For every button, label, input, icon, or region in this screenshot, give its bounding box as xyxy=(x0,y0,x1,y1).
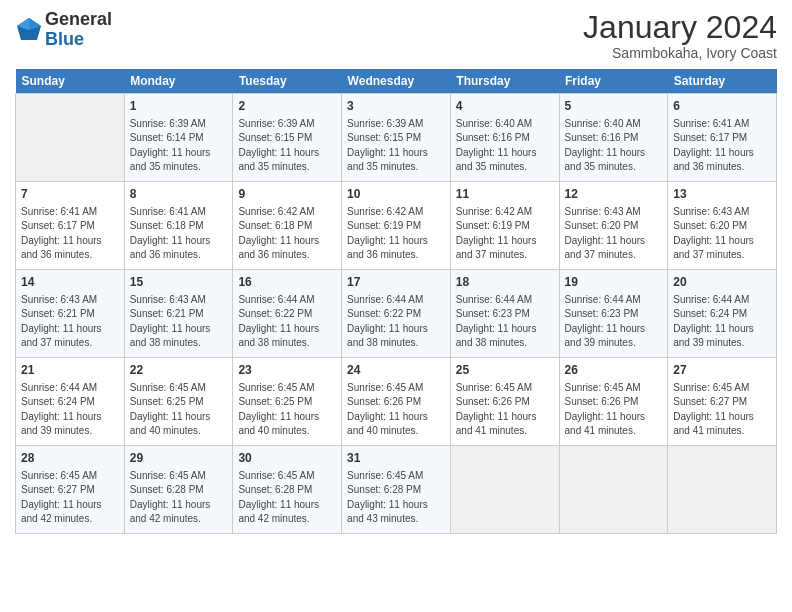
calendar-cell: 8Sunrise: 6:41 AM Sunset: 6:18 PM Daylig… xyxy=(124,182,233,270)
calendar-cell: 31Sunrise: 6:45 AM Sunset: 6:28 PM Dayli… xyxy=(342,446,451,534)
day-number: 23 xyxy=(238,362,336,379)
logo-text: General Blue xyxy=(45,10,112,50)
calendar-cell: 9Sunrise: 6:42 AM Sunset: 6:18 PM Daylig… xyxy=(233,182,342,270)
day-info: Sunrise: 6:43 AM Sunset: 6:20 PM Dayligh… xyxy=(565,205,663,263)
day-number: 16 xyxy=(238,274,336,291)
day-info: Sunrise: 6:45 AM Sunset: 6:28 PM Dayligh… xyxy=(130,469,228,527)
column-header-wednesday: Wednesday xyxy=(342,69,451,94)
day-number: 21 xyxy=(21,362,119,379)
calendar-cell: 25Sunrise: 6:45 AM Sunset: 6:26 PM Dayli… xyxy=(450,358,559,446)
calendar-cell: 23Sunrise: 6:45 AM Sunset: 6:25 PM Dayli… xyxy=(233,358,342,446)
week-row-2: 14Sunrise: 6:43 AM Sunset: 6:21 PM Dayli… xyxy=(16,270,777,358)
calendar-cell: 18Sunrise: 6:44 AM Sunset: 6:23 PM Dayli… xyxy=(450,270,559,358)
day-number: 19 xyxy=(565,274,663,291)
calendar-cell: 6Sunrise: 6:41 AM Sunset: 6:17 PM Daylig… xyxy=(668,94,777,182)
day-info: Sunrise: 6:39 AM Sunset: 6:14 PM Dayligh… xyxy=(130,117,228,175)
header-row: SundayMondayTuesdayWednesdayThursdayFrid… xyxy=(16,69,777,94)
day-number: 27 xyxy=(673,362,771,379)
day-info: Sunrise: 6:44 AM Sunset: 6:23 PM Dayligh… xyxy=(456,293,554,351)
calendar-cell: 28Sunrise: 6:45 AM Sunset: 6:27 PM Dayli… xyxy=(16,446,125,534)
calendar-cell: 16Sunrise: 6:44 AM Sunset: 6:22 PM Dayli… xyxy=(233,270,342,358)
calendar-cell xyxy=(16,94,125,182)
day-info: Sunrise: 6:45 AM Sunset: 6:28 PM Dayligh… xyxy=(238,469,336,527)
day-number: 28 xyxy=(21,450,119,467)
day-number: 6 xyxy=(673,98,771,115)
calendar-cell xyxy=(450,446,559,534)
calendar-cell: 2Sunrise: 6:39 AM Sunset: 6:15 PM Daylig… xyxy=(233,94,342,182)
day-number: 22 xyxy=(130,362,228,379)
day-info: Sunrise: 6:45 AM Sunset: 6:25 PM Dayligh… xyxy=(238,381,336,439)
day-info: Sunrise: 6:43 AM Sunset: 6:21 PM Dayligh… xyxy=(21,293,119,351)
day-info: Sunrise: 6:44 AM Sunset: 6:23 PM Dayligh… xyxy=(565,293,663,351)
calendar-cell: 4Sunrise: 6:40 AM Sunset: 6:16 PM Daylig… xyxy=(450,94,559,182)
column-header-friday: Friday xyxy=(559,69,668,94)
calendar-cell: 11Sunrise: 6:42 AM Sunset: 6:19 PM Dayli… xyxy=(450,182,559,270)
day-number: 3 xyxy=(347,98,445,115)
calendar-cell: 22Sunrise: 6:45 AM Sunset: 6:25 PM Dayli… xyxy=(124,358,233,446)
logo: General Blue xyxy=(15,10,112,50)
day-number: 20 xyxy=(673,274,771,291)
week-row-1: 7Sunrise: 6:41 AM Sunset: 6:17 PM Daylig… xyxy=(16,182,777,270)
day-number: 26 xyxy=(565,362,663,379)
day-info: Sunrise: 6:42 AM Sunset: 6:18 PM Dayligh… xyxy=(238,205,336,263)
day-info: Sunrise: 6:44 AM Sunset: 6:22 PM Dayligh… xyxy=(238,293,336,351)
day-number: 31 xyxy=(347,450,445,467)
logo-line1: General xyxy=(45,9,112,29)
calendar-table: SundayMondayTuesdayWednesdayThursdayFrid… xyxy=(15,69,777,534)
day-info: Sunrise: 6:45 AM Sunset: 6:25 PM Dayligh… xyxy=(130,381,228,439)
day-info: Sunrise: 6:45 AM Sunset: 6:27 PM Dayligh… xyxy=(673,381,771,439)
day-number: 29 xyxy=(130,450,228,467)
day-info: Sunrise: 6:44 AM Sunset: 6:24 PM Dayligh… xyxy=(673,293,771,351)
day-number: 9 xyxy=(238,186,336,203)
day-info: Sunrise: 6:41 AM Sunset: 6:17 PM Dayligh… xyxy=(21,205,119,263)
day-number: 10 xyxy=(347,186,445,203)
day-info: Sunrise: 6:41 AM Sunset: 6:18 PM Dayligh… xyxy=(130,205,228,263)
subtitle: Sammbokaha, Ivory Coast xyxy=(583,45,777,61)
day-number: 11 xyxy=(456,186,554,203)
calendar-cell: 17Sunrise: 6:44 AM Sunset: 6:22 PM Dayli… xyxy=(342,270,451,358)
day-number: 1 xyxy=(130,98,228,115)
calendar-cell: 7Sunrise: 6:41 AM Sunset: 6:17 PM Daylig… xyxy=(16,182,125,270)
day-number: 30 xyxy=(238,450,336,467)
day-info: Sunrise: 6:45 AM Sunset: 6:26 PM Dayligh… xyxy=(565,381,663,439)
day-info: Sunrise: 6:41 AM Sunset: 6:17 PM Dayligh… xyxy=(673,117,771,175)
column-header-tuesday: Tuesday xyxy=(233,69,342,94)
page: General Blue January 2024 Sammbokaha, Iv… xyxy=(0,0,792,612)
day-number: 12 xyxy=(565,186,663,203)
calendar-cell: 12Sunrise: 6:43 AM Sunset: 6:20 PM Dayli… xyxy=(559,182,668,270)
main-title: January 2024 xyxy=(583,10,777,45)
week-row-4: 28Sunrise: 6:45 AM Sunset: 6:27 PM Dayli… xyxy=(16,446,777,534)
week-row-3: 21Sunrise: 6:44 AM Sunset: 6:24 PM Dayli… xyxy=(16,358,777,446)
calendar-cell: 26Sunrise: 6:45 AM Sunset: 6:26 PM Dayli… xyxy=(559,358,668,446)
day-info: Sunrise: 6:43 AM Sunset: 6:21 PM Dayligh… xyxy=(130,293,228,351)
calendar-cell: 15Sunrise: 6:43 AM Sunset: 6:21 PM Dayli… xyxy=(124,270,233,358)
day-info: Sunrise: 6:44 AM Sunset: 6:22 PM Dayligh… xyxy=(347,293,445,351)
day-info: Sunrise: 6:43 AM Sunset: 6:20 PM Dayligh… xyxy=(673,205,771,263)
day-number: 13 xyxy=(673,186,771,203)
day-info: Sunrise: 6:44 AM Sunset: 6:24 PM Dayligh… xyxy=(21,381,119,439)
day-info: Sunrise: 6:45 AM Sunset: 6:26 PM Dayligh… xyxy=(456,381,554,439)
calendar-cell xyxy=(668,446,777,534)
calendar-cell: 30Sunrise: 6:45 AM Sunset: 6:28 PM Dayli… xyxy=(233,446,342,534)
calendar-cell: 20Sunrise: 6:44 AM Sunset: 6:24 PM Dayli… xyxy=(668,270,777,358)
calendar-cell xyxy=(559,446,668,534)
day-info: Sunrise: 6:39 AM Sunset: 6:15 PM Dayligh… xyxy=(347,117,445,175)
day-number: 8 xyxy=(130,186,228,203)
day-info: Sunrise: 6:40 AM Sunset: 6:16 PM Dayligh… xyxy=(565,117,663,175)
logo-icon xyxy=(15,16,43,44)
day-info: Sunrise: 6:45 AM Sunset: 6:26 PM Dayligh… xyxy=(347,381,445,439)
day-info: Sunrise: 6:42 AM Sunset: 6:19 PM Dayligh… xyxy=(456,205,554,263)
day-info: Sunrise: 6:39 AM Sunset: 6:15 PM Dayligh… xyxy=(238,117,336,175)
column-header-sunday: Sunday xyxy=(16,69,125,94)
day-number: 5 xyxy=(565,98,663,115)
title-block: January 2024 Sammbokaha, Ivory Coast xyxy=(583,10,777,61)
calendar-cell: 5Sunrise: 6:40 AM Sunset: 6:16 PM Daylig… xyxy=(559,94,668,182)
calendar-cell: 29Sunrise: 6:45 AM Sunset: 6:28 PM Dayli… xyxy=(124,446,233,534)
day-number: 24 xyxy=(347,362,445,379)
column-header-saturday: Saturday xyxy=(668,69,777,94)
calendar-cell: 27Sunrise: 6:45 AM Sunset: 6:27 PM Dayli… xyxy=(668,358,777,446)
calendar-cell: 24Sunrise: 6:45 AM Sunset: 6:26 PM Dayli… xyxy=(342,358,451,446)
calendar-cell: 14Sunrise: 6:43 AM Sunset: 6:21 PM Dayli… xyxy=(16,270,125,358)
calendar-cell: 13Sunrise: 6:43 AM Sunset: 6:20 PM Dayli… xyxy=(668,182,777,270)
calendar-cell: 10Sunrise: 6:42 AM Sunset: 6:19 PM Dayli… xyxy=(342,182,451,270)
